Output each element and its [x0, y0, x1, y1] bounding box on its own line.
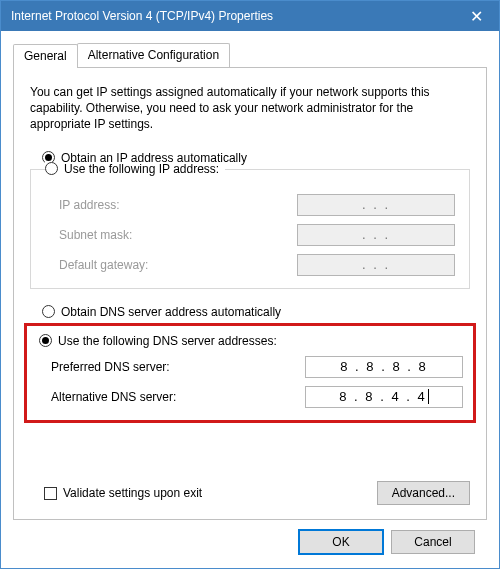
- input-alternative-dns[interactable]: 8 . 8 . 4 . 4: [305, 386, 463, 408]
- radio-label: Use the following DNS server addresses:: [58, 334, 277, 348]
- radio-dns-auto[interactable]: Obtain DNS server address automatically: [42, 305, 470, 319]
- input-default-gateway: . . .: [297, 254, 455, 276]
- input-subnet-mask: . . .: [297, 224, 455, 246]
- dialog-footer: OK Cancel: [13, 520, 487, 554]
- properties-dialog: Internet Protocol Version 4 (TCP/IPv4) P…: [0, 0, 500, 569]
- input-preferred-dns[interactable]: 8 . 8 . 8 . 8: [305, 356, 463, 378]
- client-area: General Alternative Configuration You ca…: [1, 31, 499, 568]
- label-default-gateway: Default gateway:: [59, 258, 297, 272]
- highlight-dns-section: Use the following DNS server addresses: …: [24, 323, 476, 423]
- group-ip-manual: Use the following IP address: IP address…: [30, 169, 470, 289]
- label-alternative-dns: Alternative DNS server:: [51, 390, 305, 404]
- tab-alternative-configuration[interactable]: Alternative Configuration: [77, 43, 230, 67]
- close-icon[interactable]: ✕: [454, 1, 499, 31]
- checkbox-label: Validate settings upon exit: [63, 486, 377, 500]
- radio-icon: [42, 305, 55, 318]
- bottom-row: Validate settings upon exit Advanced...: [30, 481, 470, 505]
- radio-dns-manual[interactable]: Use the following DNS server addresses:: [39, 334, 463, 348]
- cancel-button[interactable]: Cancel: [391, 530, 475, 554]
- radio-icon: [45, 162, 58, 175]
- label-ip-address: IP address:: [59, 198, 297, 212]
- tab-panel-general: You can get IP settings assigned automat…: [13, 67, 487, 520]
- tabstrip: General Alternative Configuration: [13, 43, 487, 67]
- titlebar: Internet Protocol Version 4 (TCP/IPv4) P…: [1, 1, 499, 31]
- label-subnet-mask: Subnet mask:: [59, 228, 297, 242]
- ok-button[interactable]: OK: [299, 530, 383, 554]
- checkbox-validate[interactable]: [44, 487, 57, 500]
- window-title: Internet Protocol Version 4 (TCP/IPv4) P…: [11, 9, 454, 23]
- radio-label: Use the following IP address:: [64, 162, 219, 176]
- tab-general[interactable]: General: [13, 44, 78, 68]
- input-ip-address: . . .: [297, 194, 455, 216]
- radio-icon: [39, 334, 52, 347]
- radio-label: Obtain DNS server address automatically: [61, 305, 281, 319]
- advanced-button[interactable]: Advanced...: [377, 481, 470, 505]
- intro-text: You can get IP settings assigned automat…: [30, 84, 470, 133]
- label-preferred-dns: Preferred DNS server:: [51, 360, 305, 374]
- radio-ip-manual[interactable]: Use the following IP address:: [45, 162, 225, 176]
